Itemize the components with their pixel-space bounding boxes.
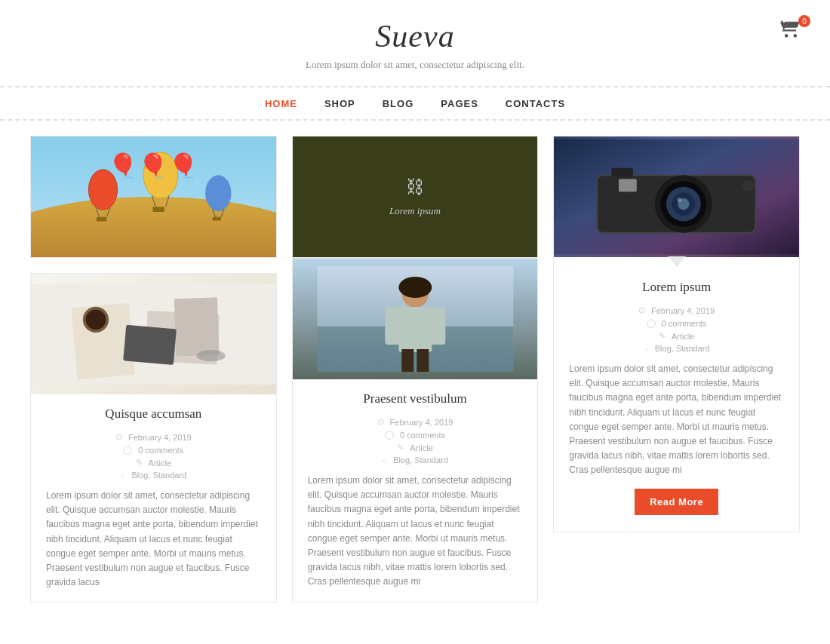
- column-1: Quisque accumsan ⊙ February 4, 2019 ◯ 0 …: [30, 136, 277, 603]
- meta-tags-value-2: Blog, Standard: [393, 455, 448, 465]
- balloon-image-placeholder: [31, 136, 276, 257]
- nav-item-shop[interactable]: SHOP: [324, 97, 355, 110]
- card-praesent-body: Praesent vestibulum ⊙ February 4, 2019 ◯…: [293, 379, 538, 602]
- svg-rect-30: [430, 307, 445, 345]
- meta-category: ✎ Article: [46, 458, 261, 468]
- nav-item-blog[interactable]: BLOG: [383, 97, 414, 110]
- tag-icon-2: ⬦: [382, 455, 387, 465]
- svg-point-21: [86, 310, 106, 330]
- meta-comments: ◯ 0 comments: [46, 445, 261, 455]
- meta-tags: ⬦ Blog, Standard: [46, 471, 261, 480]
- card-quisque-body: Quisque accumsan ⊙ February 4, 2019 ◯ 0 …: [31, 394, 276, 602]
- card-praesent-title: Praesent vestibulum: [308, 391, 523, 406]
- svg-point-43: [743, 180, 755, 192]
- site-tagline: Lorem ipsum dolor sit amet, consectetur …: [15, 59, 815, 71]
- card-praesent-meta: ⊙ February 4, 2019 ◯ 0 comments ✎ Articl…: [308, 417, 523, 465]
- cart-icon-wrap[interactable]: 0: [780, 18, 807, 45]
- svg-point-12: [205, 175, 231, 211]
- blog-grid: Quisque accumsan ⊙ February 4, 2019 ◯ 0 …: [15, 136, 815, 603]
- meta-category-2: ✎ Article: [308, 443, 523, 452]
- svg-rect-6: [97, 217, 106, 222]
- meta-date-value-2: February 4, 2019: [390, 418, 453, 427]
- svg-rect-31: [401, 349, 413, 372]
- meta-comments-value-3: 0 comments: [662, 319, 707, 328]
- svg-rect-22: [123, 325, 177, 365]
- nav-link-contacts[interactable]: CONTACTS: [506, 98, 565, 109]
- meta-date-2: ⊙ February 4, 2019: [308, 417, 523, 427]
- meta-category-value: Article: [149, 458, 172, 468]
- svg-point-41: [678, 198, 682, 202]
- meta-comments-3: ◯ 0 comments: [569, 318, 784, 328]
- comment-icon-2: ◯: [385, 430, 394, 440]
- tag-icon: ⬦: [120, 471, 125, 480]
- card-dark: ⛓ Lorem ipsum: [292, 136, 539, 258]
- svg-rect-44: [619, 179, 637, 192]
- svg-rect-11: [152, 207, 164, 212]
- chain-icon: ⛓: [406, 176, 424, 198]
- clock-icon-2: ⊙: [377, 417, 384, 427]
- clock-icon: ⊙: [115, 432, 122, 442]
- woman-svg: [293, 266, 538, 372]
- card-quisque-meta: ⊙ February 4, 2019 ◯ 0 comments ✎ Articl…: [46, 432, 261, 480]
- edit-icon-2: ✎: [397, 443, 404, 452]
- edit-icon-3: ✎: [659, 331, 666, 341]
- comment-icon: ◯: [123, 445, 132, 455]
- meta-tags-3: ⬦ Blog, Standard: [569, 344, 784, 353]
- camera-svg: [554, 136, 799, 257]
- meta-date: ⊙ February 4, 2019: [46, 432, 261, 442]
- card-triangle: [668, 256, 686, 267]
- card-praesent: Praesent vestibulum ⊙ February 4, 2019 ◯…: [292, 258, 539, 603]
- meta-tags-value: Blog, Standard: [131, 471, 186, 480]
- card-balloon: [30, 136, 277, 258]
- meta-category-value-3: Article: [672, 332, 695, 341]
- meta-date-value: February 4, 2019: [128, 433, 192, 442]
- nav-item-home[interactable]: HOME: [265, 97, 297, 110]
- dark-caption: Lorem ipsum: [389, 205, 441, 217]
- card-lorem: Lorem ipsum ⊙ February 4, 2019 ◯ 0 comme…: [553, 136, 800, 532]
- main-nav: HOME SHOP BLOG PAGES CONTACTS: [0, 86, 830, 121]
- meta-tags-2: ⬦ Blog, Standard: [308, 455, 523, 465]
- nav-link-pages[interactable]: PAGES: [441, 98, 478, 109]
- card-lorem-title: Lorem ipsum: [569, 280, 784, 295]
- nav-item-pages[interactable]: PAGES: [441, 97, 478, 110]
- cart-icon[interactable]: 0: [780, 18, 807, 45]
- meta-date-3: ⊙ February 4, 2019: [569, 305, 784, 315]
- desk-image-placeholder: [31, 274, 276, 394]
- comment-icon-3: ◯: [647, 318, 656, 328]
- column-3: Lorem ipsum ⊙ February 4, 2019 ◯ 0 comme…: [553, 136, 800, 532]
- column-2: ⛓ Lorem ipsum: [292, 136, 539, 603]
- svg-rect-19: [174, 297, 220, 356]
- nav-link-home[interactable]: HOME: [265, 98, 297, 109]
- nav-link-blog[interactable]: BLOG: [383, 98, 414, 109]
- svg-rect-42: [612, 168, 634, 176]
- cart-badge: 0: [798, 15, 810, 27]
- svg-point-1: [31, 197, 276, 257]
- card-lorem-text: Lorem ipsum dolor sit amet, consectetur …: [569, 362, 784, 478]
- dark-card-image: ⛓ Lorem ipsum: [293, 136, 538, 257]
- card-quisque-title: Quisque accumsan: [46, 406, 261, 422]
- balloon-svg: [31, 136, 276, 257]
- site-title: Sueva: [15, 18, 815, 54]
- card-camera-image: [554, 136, 799, 257]
- svg-rect-28: [398, 307, 432, 352]
- meta-category-3: ✎ Article: [569, 331, 784, 341]
- meta-date-value-3: February 4, 2019: [651, 306, 715, 315]
- meta-comments-2: ◯ 0 comments: [308, 430, 523, 440]
- read-more-button[interactable]: Read More: [635, 489, 718, 515]
- clock-icon-3: ⊙: [638, 305, 645, 315]
- woman-image-placeholder: [293, 259, 538, 379]
- desk-svg: [31, 281, 276, 387]
- card-lorem-meta: ⊙ February 4, 2019 ◯ 0 comments ✎ Articl…: [569, 305, 784, 353]
- svg-rect-29: [385, 307, 400, 345]
- edit-icon: ✎: [136, 458, 143, 468]
- meta-tags-value-3: Blog, Standard: [655, 344, 710, 353]
- meta-category-value-2: Article: [410, 443, 433, 452]
- tag-icon-3: ⬦: [644, 344, 649, 353]
- nav-link-shop[interactable]: SHOP: [324, 98, 355, 109]
- card-quisque: Quisque accumsan ⊙ February 4, 2019 ◯ 0 …: [30, 273, 277, 603]
- card-woman-image: [293, 259, 538, 379]
- svg-rect-15: [213, 217, 221, 221]
- meta-comments-value: 0 comments: [138, 446, 183, 455]
- card-desk-image: [31, 274, 276, 394]
- nav-item-contacts[interactable]: CONTACTS: [506, 97, 565, 110]
